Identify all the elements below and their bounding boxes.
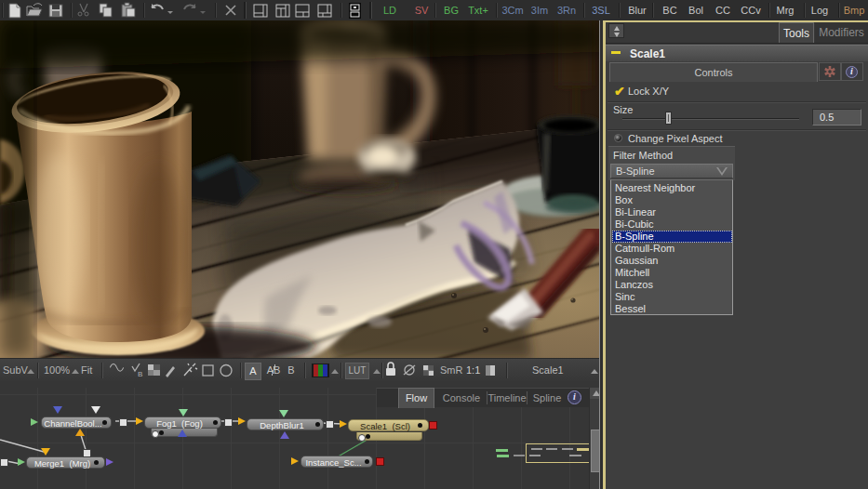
svg-text:B: B	[138, 370, 142, 378]
